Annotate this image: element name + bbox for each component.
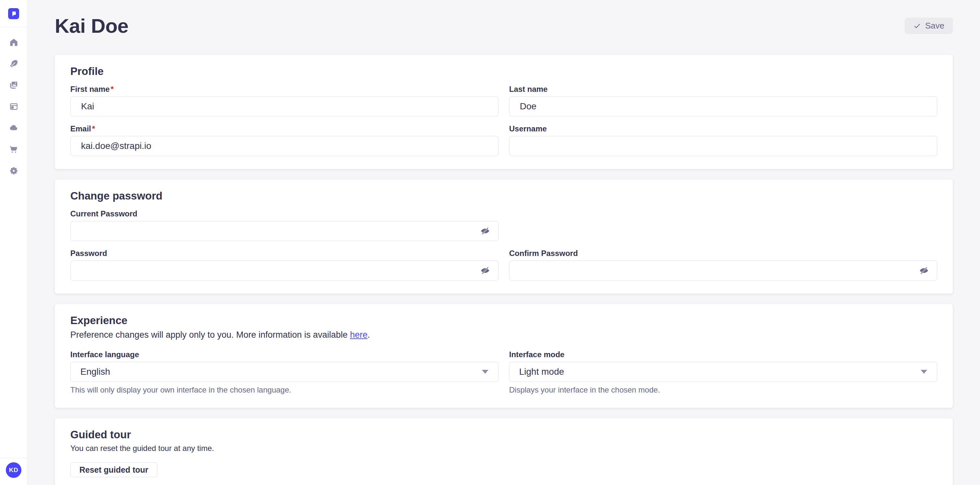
main-content: Kai Doe Save Profile First name* Last na… xyxy=(27,0,980,485)
username-field-group: Username xyxy=(509,124,937,156)
sidebar-item-deploy[interactable] xyxy=(10,124,18,132)
chevron-down-icon xyxy=(482,370,488,374)
username-input[interactable] xyxy=(509,136,937,156)
reset-guided-tour-button[interactable]: Reset guided tour xyxy=(70,462,158,477)
interface-mode-hint: Displays your interface in the chosen mo… xyxy=(509,385,937,395)
profile-card: Profile First name* Last name Email* Use… xyxy=(55,55,953,169)
check-icon xyxy=(913,22,921,30)
guided-tour-heading: Guided tour xyxy=(70,429,937,441)
interface-mode-field-group: Interface mode Light mode Displays your … xyxy=(509,350,937,395)
layout-icon xyxy=(10,102,18,111)
email-label: Email* xyxy=(70,124,498,133)
images-icon xyxy=(10,81,18,89)
last-name-input[interactable] xyxy=(509,96,937,116)
last-name-field-group: Last name xyxy=(509,85,937,116)
save-button-label: Save xyxy=(925,21,944,31)
last-name-label: Last name xyxy=(509,85,937,94)
avatar[interactable]: KD xyxy=(6,462,21,478)
strapi-logo-icon xyxy=(8,8,19,19)
experience-description: Preference changes will apply only to yo… xyxy=(70,329,937,340)
password-label: Password xyxy=(70,249,498,258)
sidebar-nav xyxy=(0,27,27,458)
confirm-password-field-group: Confirm Password xyxy=(509,249,937,281)
eye-off-icon xyxy=(480,266,490,275)
confirm-password-input[interactable] xyxy=(509,260,937,281)
current-password-field-group: Current Password xyxy=(70,209,498,241)
interface-language-label: Interface language xyxy=(70,350,498,359)
interface-language-select[interactable]: English xyxy=(70,362,498,382)
first-name-label: First name* xyxy=(70,85,498,94)
interface-language-hint: This will only display your own interfac… xyxy=(70,385,498,395)
profile-heading: Profile xyxy=(70,65,937,78)
interface-mode-select[interactable]: Light mode xyxy=(509,362,937,382)
home-icon xyxy=(10,38,18,47)
interface-language-value: English xyxy=(80,367,110,377)
sidebar-item-home[interactable] xyxy=(10,38,18,47)
cart-icon xyxy=(10,145,18,154)
page-title: Kai Doe xyxy=(55,14,128,37)
required-asterisk: * xyxy=(110,85,113,93)
email-field-group: Email* xyxy=(70,124,498,156)
toggle-password-visibility-button[interactable] xyxy=(918,265,929,276)
more-information-link[interactable]: here xyxy=(350,330,368,340)
chevron-down-icon xyxy=(921,370,927,374)
interface-mode-value: Light mode xyxy=(519,367,564,377)
gear-icon xyxy=(10,166,18,175)
current-password-input[interactable] xyxy=(70,221,498,241)
username-label: Username xyxy=(509,124,937,133)
change-password-heading: Change password xyxy=(70,190,937,202)
sidebar-item-content-type-builder[interactable] xyxy=(10,102,18,111)
required-asterisk: * xyxy=(92,124,95,133)
password-field-group: Password xyxy=(70,249,498,281)
sidebar-item-media-library[interactable] xyxy=(10,81,18,89)
save-button[interactable]: Save xyxy=(905,18,953,34)
strapi-logo[interactable] xyxy=(0,0,27,27)
first-name-input[interactable] xyxy=(70,96,498,116)
experience-heading: Experience xyxy=(70,314,937,327)
sidebar-item-settings[interactable] xyxy=(10,166,18,175)
eye-off-icon xyxy=(920,266,929,275)
toggle-password-visibility-button[interactable] xyxy=(480,225,491,236)
experience-card: Experience Preference changes will apply… xyxy=(55,304,953,408)
sidebar-item-marketplace[interactable] xyxy=(10,145,18,154)
sidebar-item-content-manager[interactable] xyxy=(10,59,18,68)
page-header: Kai Doe Save xyxy=(55,0,953,37)
guided-tour-card: Guided tour You can reset the guided tou… xyxy=(55,418,953,485)
first-name-field-group: First name* xyxy=(70,85,498,116)
cloud-icon xyxy=(10,124,18,132)
confirm-password-label: Confirm Password xyxy=(509,249,937,258)
toggle-password-visibility-button[interactable] xyxy=(480,265,491,276)
interface-language-field-group: Interface language English This will onl… xyxy=(70,350,498,395)
sidebar: KD xyxy=(0,0,27,485)
sidebar-footer: KD xyxy=(0,458,27,485)
guided-tour-description: You can reset the guided tour at any tim… xyxy=(70,444,937,453)
email-input[interactable] xyxy=(70,136,498,156)
password-input[interactable] xyxy=(70,260,498,281)
eye-off-icon xyxy=(480,227,490,236)
current-password-label: Current Password xyxy=(70,209,498,219)
feather-icon xyxy=(10,59,18,68)
interface-mode-label: Interface mode xyxy=(509,350,937,359)
change-password-card: Change password Current Password Pas xyxy=(55,179,953,294)
